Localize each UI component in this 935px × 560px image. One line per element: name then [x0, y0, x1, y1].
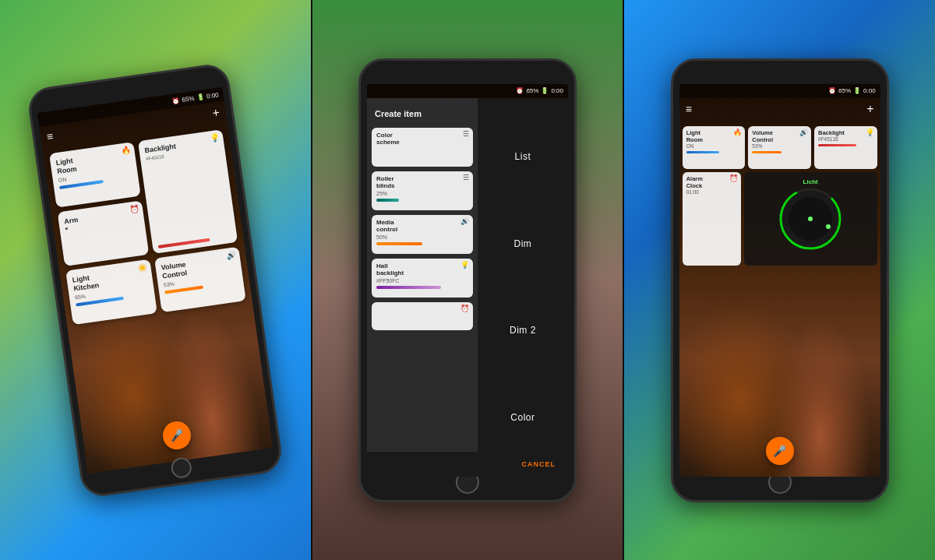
list-option[interactable]: List — [484, 145, 562, 168]
dialog-title: Create item — [372, 106, 473, 123]
right-hamburger-icon[interactable]: ≡ — [686, 103, 692, 115]
r-battery: 65% — [838, 87, 851, 94]
right-bottom-widgets: ⏰ AlarmClock 01:00 — [683, 172, 877, 266]
mic-icon-right: 🎤 — [773, 445, 786, 457]
color-option[interactable]: Color — [484, 406, 562, 429]
svg-point-3 — [808, 217, 813, 221]
media-control-bar — [376, 242, 422, 245]
add-button[interactable]: + — [212, 105, 221, 120]
r-light-room-bar — [686, 151, 719, 153]
right-section: ⏰ 65% 🔋 0:00 ≡ + 🔥 LightRoom — [624, 0, 935, 560]
dialog-list-panel: Create item ☰ Colorscheme ☰ Rollerblinds… — [367, 98, 478, 477]
r-light-room-widget[interactable]: 🔥 LightRoom ON — [683, 126, 746, 169]
light-kitchen-icon: ☀️ — [137, 262, 147, 273]
mic-fab-right[interactable]: 🎤 — [766, 437, 794, 465]
right-top-widgets: 🔥 LightRoom ON 🔊 VolumeControl 53% — [683, 126, 877, 169]
knob-label: Licht — [744, 178, 877, 185]
volume-control-widget[interactable]: 🔊 VolumeControl 53% — [154, 246, 246, 312]
knob-widget[interactable]: Licht — [744, 172, 877, 266]
r-volume-widget[interactable]: 🔊 VolumeControl 53% — [748, 126, 811, 169]
hamburger-icon[interactable]: ≡ — [46, 129, 54, 143]
hall-backlight-item[interactable]: 💡 Hallbacklight #FF50FC — [372, 259, 473, 298]
right-status-bar: ⏰ 65% 🔋 0:00 — [679, 84, 880, 98]
backlight-icon: 💡 — [210, 132, 220, 143]
create-item-dialog: Create item ☰ Colorscheme ☰ Rollerblinds… — [367, 98, 568, 477]
media-control-value: 50% — [376, 234, 468, 240]
arm-title: Arm* — [64, 207, 139, 234]
clock-item[interactable]: ⏰ — [372, 302, 473, 330]
middle-notch — [436, 61, 499, 75]
left-section: ⏰ 65% 🔋 0:00 ≡ + 🔥 LightRoom — [0, 0, 311, 560]
right-screen: ⏰ 65% 🔋 0:00 ≡ + 🔥 LightRoom — [679, 84, 880, 477]
r-volume-icon: 🔊 — [799, 129, 808, 136]
r-backlight-bar — [818, 144, 856, 146]
r-backlight-icon: 💡 — [866, 129, 874, 136]
media-control-item[interactable]: 🔊 Mediacontrol 50% — [372, 215, 473, 254]
alarm-clock-time: 01:00 — [686, 189, 737, 195]
mic-icon-left: 🎤 — [170, 428, 185, 442]
roller-blinds-item[interactable]: ☰ Rollerblinds 25% — [372, 171, 473, 210]
battery-indicator: 65% — [182, 94, 195, 103]
alarm-clock-widget[interactable]: ⏰ AlarmClock 01:00 — [683, 172, 741, 266]
hall-backlight-title: Hallbacklight — [376, 262, 468, 277]
media-control-icon: 🔊 — [460, 217, 469, 225]
color-scheme-icon: ☰ — [463, 130, 469, 138]
light-room-widget[interactable]: 🔥 LightRoom ON — [49, 142, 141, 207]
arm-icon: ⏰ — [129, 204, 139, 214]
right-notch — [749, 61, 811, 75]
dim-option[interactable]: Dim — [484, 232, 562, 255]
m-time: 0:00 — [551, 87, 563, 94]
r-backlight-color: #F4511E — [818, 136, 873, 142]
middle-phone-frame: ⏰ 65% 🔋 0:00 Create item ☰ Colorscheme — [358, 58, 577, 502]
clock-icon: ⏰ — [460, 305, 469, 312]
roller-blinds-value: 25% — [376, 191, 468, 196]
backlight-widget[interactable]: 💡 Backlight #F4511E — [138, 129, 238, 254]
backlight-bar — [158, 238, 210, 248]
arm-widget[interactable]: ⏰ Arm* — [58, 200, 150, 266]
r-time: 0:00 — [863, 87, 876, 94]
cancel-button[interactable]: CANCEL — [522, 460, 556, 468]
dialog-options-panel: List Dim Dim 2 Color — [478, 98, 568, 477]
r-volume-bar — [752, 151, 781, 153]
roller-blinds-bar — [376, 199, 399, 202]
middle-status-bar: ⏰ 65% 🔋 0:00 — [367, 84, 568, 98]
roller-blinds-title: Rollerblinds — [376, 175, 468, 190]
m-battery: 65% — [526, 87, 538, 94]
dim2-option[interactable]: Dim 2 — [484, 319, 562, 342]
m-alarm-icon: ⏰ — [516, 87, 524, 94]
right-phone-frame: ⏰ 65% 🔋 0:00 ≡ + 🔥 LightRoom — [671, 58, 889, 502]
middle-section: ⏰ 65% 🔋 0:00 Create item ☰ Colorscheme — [311, 0, 625, 560]
battery-icon: 🔋 — [196, 93, 205, 100]
r-light-room-status: ON — [686, 143, 742, 149]
right-add-button[interactable]: + — [866, 102, 873, 116]
light-kitchen-widget[interactable]: ☀️ LightKitchen 65% — [66, 259, 158, 324]
left-phone-frame: ⏰ 65% 🔋 0:00 ≡ + 🔥 LightRoom — [26, 62, 284, 498]
color-scheme-title: Colorscheme — [376, 132, 468, 146]
light-room-icon: 🔥 — [121, 145, 131, 155]
m-battery-icon: 🔋 — [541, 87, 549, 94]
color-scheme-item[interactable]: ☰ Colorscheme — [372, 128, 473, 167]
right-content: 🔥 LightRoom ON 🔊 VolumeControl 53% — [679, 123, 880, 477]
svg-point-4 — [826, 224, 831, 229]
r-backlight-widget[interactable]: 💡 Backlight #F4511E — [814, 126, 877, 169]
media-control-title: Mediacontrol — [376, 219, 468, 234]
hall-backlight-color: #FF50FC — [376, 278, 468, 284]
right-app-bar: ≡ + — [679, 98, 880, 120]
r-alarm-icon: ⏰ — [828, 87, 836, 94]
left-screen: ⏰ 65% 🔋 0:00 ≡ + 🔥 LightRoom — [37, 86, 273, 474]
r-battery-icon: 🔋 — [853, 87, 861, 94]
hall-backlight-icon: 💡 — [460, 261, 469, 269]
r-volume-value: 53% — [752, 143, 807, 149]
middle-screen: ⏰ 65% 🔋 0:00 Create item ☰ Colorscheme — [367, 84, 568, 477]
alarm-icon: ⏰ — [171, 96, 180, 104]
knob-svg — [775, 184, 845, 254]
dialog-cancel-row: CANCEL — [367, 452, 568, 477]
left-widget-grid: 🔥 LightRoom ON 🔊 VolumeControl 53% — [42, 122, 273, 474]
time-display: 0:00 — [206, 90, 220, 99]
volume-icon: 🔊 — [226, 250, 236, 260]
r-light-room-icon: 🔥 — [733, 129, 742, 136]
hall-backlight-bar — [376, 286, 441, 289]
alarm-clock-icon: ⏰ — [729, 174, 738, 182]
roller-blinds-icon: ☰ — [463, 174, 469, 181]
